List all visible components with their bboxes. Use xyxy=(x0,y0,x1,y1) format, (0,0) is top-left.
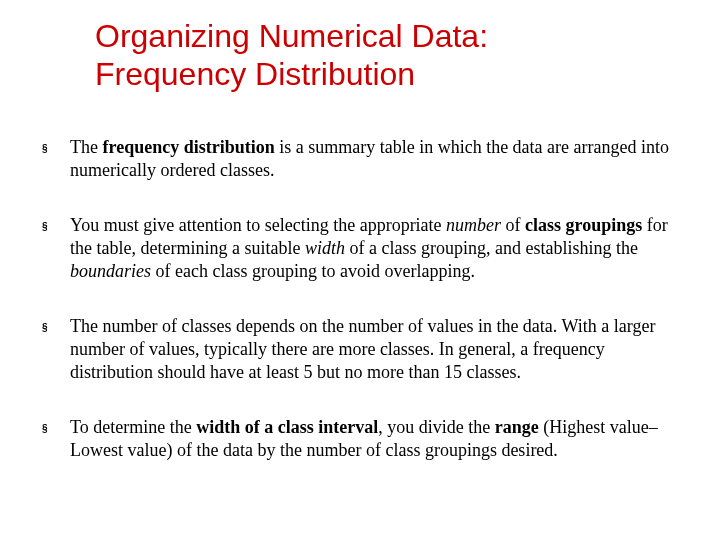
bullet-icon: § xyxy=(40,315,70,335)
list-item: § The number of classes depends on the n… xyxy=(40,315,680,384)
bullet-text: The frequency distribution is a summary … xyxy=(70,136,680,182)
list-item: § You must give attention to selecting t… xyxy=(40,214,680,283)
list-item: § To determine the width of a class inte… xyxy=(40,416,680,462)
slide: Organizing Numerical Data: Frequency Dis… xyxy=(0,0,720,514)
list-item: § The frequency distribution is a summar… xyxy=(40,136,680,182)
title-line-1: Organizing Numerical Data: xyxy=(95,18,488,54)
slide-title: Organizing Numerical Data: Frequency Dis… xyxy=(95,18,680,94)
bullet-text: To determine the width of a class interv… xyxy=(70,416,680,462)
bullet-text: You must give attention to selecting the… xyxy=(70,214,680,283)
bullet-list: § The frequency distribution is a summar… xyxy=(40,136,680,462)
bullet-text: The number of classes depends on the num… xyxy=(70,315,680,384)
bullet-icon: § xyxy=(40,136,70,156)
bullet-icon: § xyxy=(40,214,70,234)
title-line-2: Frequency Distribution xyxy=(95,56,415,92)
bullet-icon: § xyxy=(40,416,70,436)
